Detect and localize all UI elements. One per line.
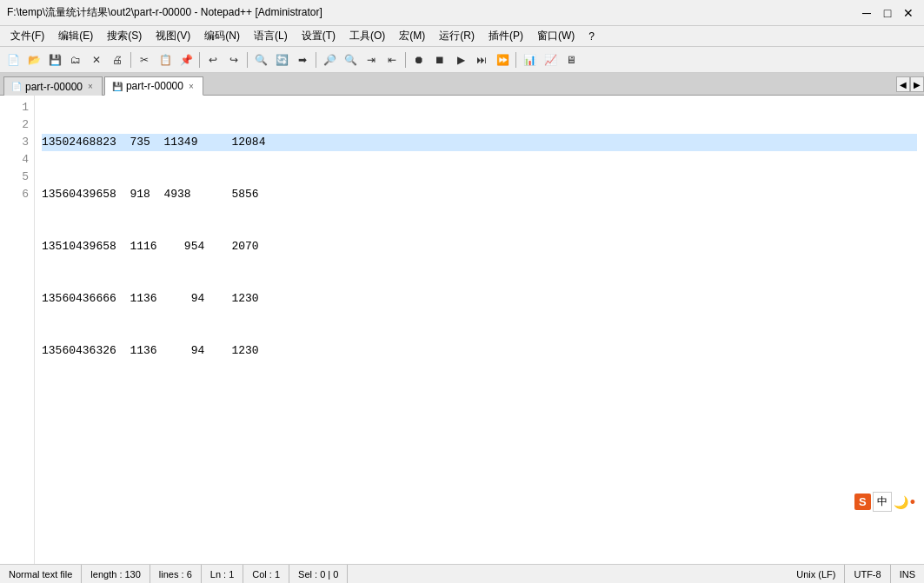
- toolbar-sep-2: [199, 52, 200, 68]
- tab-2-label: part-r-00000: [126, 80, 183, 92]
- ime-dot-icon: •: [910, 494, 915, 510]
- close-button[interactable]: ✕: [900, 4, 917, 22]
- title-bar-controls: ─ □ ✕: [858, 4, 917, 22]
- tab-scroll-controls: ◀ ▶: [896, 76, 924, 92]
- toolbar-sep-1: [130, 52, 131, 68]
- menu-view[interactable]: 视图(V): [149, 27, 197, 45]
- status-lines: lines : 6: [150, 565, 202, 583]
- toolbar-sep-6: [515, 52, 516, 68]
- minimize-button[interactable]: ─: [858, 4, 875, 22]
- tab-bar: 📄 part-r-00000 × 💾 part-r-00000 × ◀ ▶: [0, 73, 924, 96]
- code-line-5-text: 13560436326 1136 94 1230: [42, 342, 259, 360]
- menu-run[interactable]: 运行(R): [432, 27, 482, 45]
- status-ln: Ln : 1: [202, 565, 244, 583]
- code-line-4-text: 13560436666 1136 94 1230: [42, 290, 259, 308]
- code-line-3-text: 13510439658 1116 954 2070: [42, 238, 259, 255]
- tb-new[interactable]: 📄: [3, 50, 23, 70]
- tb-unindent[interactable]: ⇤: [382, 50, 402, 70]
- tab-2[interactable]: 💾 part-r-00000 ×: [104, 76, 203, 96]
- menu-macro[interactable]: 宏(M): [392, 27, 432, 45]
- tb-open[interactable]: 📂: [24, 50, 43, 70]
- tab-1-close[interactable]: ×: [86, 82, 95, 91]
- tb-macro-rec[interactable]: ⏺: [409, 50, 429, 70]
- menu-search[interactable]: 搜索(S): [100, 27, 149, 45]
- line-num-1: 1: [0, 99, 29, 116]
- title-bar: F:\temp\流量统计结果\out2\part-r-00000 - Notep…: [0, 0, 924, 26]
- tb-macro-save[interactable]: ⏭: [472, 50, 491, 70]
- code-line-1-text: 13502468823 735 11349 12084: [42, 134, 265, 151]
- ime-indicator: S 中 🌙 •: [854, 492, 915, 512]
- tb-paste[interactable]: 📌: [176, 50, 196, 70]
- line-num-2: 2: [0, 116, 29, 134]
- status-file-type: Normal text file: [0, 565, 82, 583]
- code-line-4: 13560436666 1136 94 1230: [42, 290, 917, 308]
- menu-language[interactable]: 语言(L): [247, 27, 295, 45]
- menu-plugins[interactable]: 插件(P): [482, 27, 530, 45]
- tb-redo[interactable]: ↪: [224, 50, 243, 70]
- ime-s-icon: S: [854, 494, 871, 510]
- tab-scroll-right[interactable]: ▶: [910, 76, 924, 92]
- status-length: length : 130: [82, 565, 150, 583]
- menu-bar: 文件(F) 编辑(E) 搜索(S) 视图(V) 编码(N) 语言(L) 设置(T…: [0, 26, 924, 47]
- code-area[interactable]: 13502468823 735 11349 12084 13560439658 …: [35, 96, 924, 564]
- status-eol: Unix (LF): [788, 565, 845, 583]
- code-line-2-text: 13560439658 918 4938 5856: [42, 186, 259, 203]
- status-col: Col : 1: [243, 565, 289, 583]
- menu-help[interactable]: ?: [582, 29, 602, 44]
- tb-zoom-in[interactable]: 🔎: [320, 50, 339, 70]
- line-numbers: 1 2 3 4 5 6: [0, 96, 35, 564]
- tb-replace[interactable]: 🔄: [272, 50, 291, 70]
- ime-moon-icon: 🌙: [894, 495, 908, 509]
- status-charset: UTF-8: [845, 565, 890, 583]
- tab-1-label: part-r-00000: [25, 81, 83, 93]
- maximize-button[interactable]: □: [879, 4, 896, 22]
- tb-copy[interactable]: 📋: [156, 50, 175, 70]
- tb-cut[interactable]: ✂: [135, 50, 154, 70]
- code-line-2: 13560439658 918 4938 5856: [42, 186, 917, 203]
- editor: 1 2 3 4 5 6 13502468823 735 11349 12084 …: [0, 96, 924, 564]
- status-mode: INS: [891, 565, 924, 583]
- status-bar: Normal text file length : 130 lines : 6 …: [0, 564, 924, 583]
- tb-close[interactable]: ✕: [87, 50, 106, 70]
- tb-macro-stop[interactable]: ⏹: [430, 50, 449, 70]
- menu-settings[interactable]: 设置(T): [295, 27, 342, 45]
- tb-indent[interactable]: ⇥: [362, 50, 381, 70]
- ime-zh-label: 中: [873, 492, 892, 512]
- code-line-1: 13502468823 735 11349 12084: [42, 134, 917, 151]
- code-line-5: 13560436326 1136 94 1230: [42, 342, 917, 360]
- tb-undo[interactable]: ↩: [203, 50, 223, 70]
- line-num-4: 4: [0, 151, 29, 169]
- tab-1[interactable]: 📄 part-r-00000 ×: [3, 76, 103, 96]
- tb-save[interactable]: 💾: [45, 50, 64, 70]
- menu-encoding[interactable]: 编码(N): [197, 27, 247, 45]
- toolbar-sep-3: [247, 52, 248, 68]
- menu-edit[interactable]: 编辑(E): [51, 27, 100, 45]
- code-line-3: 13510439658 1116 954 2070: [42, 238, 917, 255]
- tb-zoom-out[interactable]: 🔍: [341, 50, 360, 70]
- tab-1-icon: 📄: [11, 82, 22, 91]
- line-num-5: 5: [0, 169, 29, 186]
- line-num-3: 3: [0, 134, 29, 151]
- tab-2-icon: 💾: [112, 82, 123, 91]
- menu-window[interactable]: 窗口(W): [530, 27, 582, 45]
- status-sel: Sel : 0 | 0: [289, 565, 348, 583]
- tb-goto[interactable]: ➡: [293, 50, 312, 70]
- tb-macro-play[interactable]: ▶: [451, 50, 470, 70]
- toolbar-sep-5: [405, 52, 406, 68]
- tb-save-all[interactable]: 🗂: [66, 50, 85, 70]
- tb-extra1[interactable]: 📊: [520, 50, 539, 70]
- toolbar-sep-4: [316, 52, 316, 68]
- tb-find[interactable]: 🔍: [251, 50, 270, 70]
- menu-tools[interactable]: 工具(O): [342, 27, 392, 45]
- tb-macro-run[interactable]: ⏩: [493, 50, 512, 70]
- tab-scroll-left[interactable]: ◀: [896, 76, 910, 92]
- toolbar: 📄 📂 💾 🗂 ✕ 🖨 ✂ 📋 📌 ↩ ↪ 🔍 🔄 ➡ 🔎 🔍 ⇥ ⇤ ⏺ ⏹ …: [0, 47, 924, 73]
- title-text: F:\temp\流量统计结果\out2\part-r-00000 - Notep…: [7, 5, 322, 20]
- tab-2-close[interactable]: ×: [187, 82, 196, 91]
- tb-print[interactable]: 🖨: [108, 50, 127, 70]
- menu-file[interactable]: 文件(F): [3, 27, 51, 45]
- line-num-6: 6: [0, 186, 29, 203]
- tb-extra2[interactable]: 📈: [541, 50, 560, 70]
- tb-extra3[interactable]: 🖥: [562, 50, 581, 70]
